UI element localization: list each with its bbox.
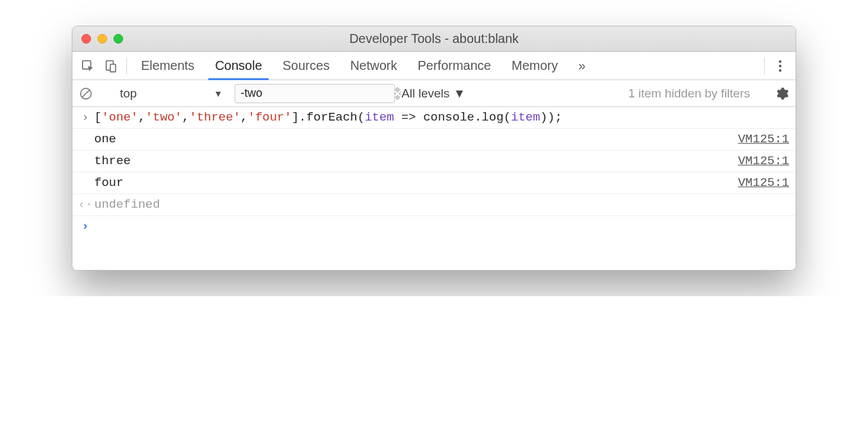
tab-sources[interactable]: Sources xyxy=(272,52,340,80)
log-message: one xyxy=(94,132,738,146)
separator xyxy=(126,57,127,74)
tab-console[interactable]: Console xyxy=(204,52,272,80)
maximize-window-button[interactable] xyxy=(113,34,123,44)
tab-label: Memory xyxy=(512,58,558,73)
tab-label: Performance xyxy=(418,58,492,73)
svg-rect-2 xyxy=(110,64,115,72)
context-selector[interactable]: top ▼ xyxy=(114,83,228,104)
input-prompt-icon: › xyxy=(76,219,94,233)
clear-console-button[interactable] xyxy=(79,87,93,101)
levels-label: All levels xyxy=(401,87,449,101)
devtools-tabbar: Elements Console Sources Network Perform… xyxy=(72,52,796,80)
log-source-link[interactable]: VM125:1 xyxy=(738,176,789,190)
window-title: Developer Tools - about:blank xyxy=(72,31,796,46)
log-level-selector[interactable]: All levels ▼ xyxy=(401,87,465,101)
console-filter-bar: top ▼ All levels ▼ 1 item hidden by filt… xyxy=(72,80,796,107)
tab-label: Console xyxy=(215,58,262,73)
console-prompt-row[interactable]: › xyxy=(72,216,796,238)
window-titlebar: Developer Tools - about:blank xyxy=(72,26,796,52)
overflow-glyph: » xyxy=(578,58,585,73)
minimize-window-button[interactable] xyxy=(97,34,107,44)
return-prompt-icon: ‹· xyxy=(76,197,94,212)
return-value: undefined xyxy=(94,197,789,212)
console-return-row: ‹· undefined xyxy=(72,194,796,216)
panel-tabs: Elements Console Sources Network Perform… xyxy=(131,52,596,80)
tab-label: Sources xyxy=(283,58,330,73)
filter-input-wrapper xyxy=(235,84,395,103)
tabs-overflow-button[interactable]: » xyxy=(568,52,596,80)
log-message: four xyxy=(94,176,738,190)
chevron-down-icon: ▼ xyxy=(213,88,222,99)
filter-input[interactable] xyxy=(240,87,389,100)
tab-network[interactable]: Network xyxy=(340,52,407,80)
svg-line-7 xyxy=(82,89,90,97)
svg-point-4 xyxy=(779,65,781,67)
svg-point-3 xyxy=(779,60,781,63)
hidden-count-message: 1 item hidden by filters xyxy=(628,87,750,101)
console-input-echo-row: › ['one','two','three','four'].forEach(i… xyxy=(72,107,796,129)
log-message: three xyxy=(94,154,738,168)
traffic-lights xyxy=(72,34,123,44)
console-settings-button[interactable] xyxy=(775,87,789,101)
separator xyxy=(764,57,765,74)
device-toolbar-icon[interactable] xyxy=(99,52,122,80)
tab-memory[interactable]: Memory xyxy=(501,52,568,80)
tab-elements[interactable]: Elements xyxy=(131,52,204,80)
chevron-down-icon: ▼ xyxy=(453,87,465,101)
inspect-element-icon[interactable] xyxy=(76,52,99,80)
devtools-window: Developer Tools - about:blank Elements C… xyxy=(72,26,796,271)
console-log-row: one VM125:1 xyxy=(72,129,796,151)
log-source-link[interactable]: VM125:1 xyxy=(738,154,789,168)
svg-point-5 xyxy=(779,69,781,72)
tab-label: Elements xyxy=(141,58,194,73)
console-output: › ['one','two','three','four'].forEach(i… xyxy=(72,107,796,270)
clear-filter-button[interactable] xyxy=(394,87,401,100)
tab-label: Network xyxy=(350,58,397,73)
tab-performance[interactable]: Performance xyxy=(408,52,502,80)
more-options-button[interactable] xyxy=(769,52,792,80)
log-source-link[interactable]: VM125:1 xyxy=(738,132,789,146)
input-prompt-icon: › xyxy=(76,110,94,124)
console-log-row: three VM125:1 xyxy=(72,151,796,172)
console-log-row: four VM125:1 xyxy=(72,172,796,194)
context-value: top xyxy=(120,87,137,101)
console-code: ['one','two','three','four'].forEach(ite… xyxy=(94,110,789,124)
close-window-button[interactable] xyxy=(81,34,91,44)
